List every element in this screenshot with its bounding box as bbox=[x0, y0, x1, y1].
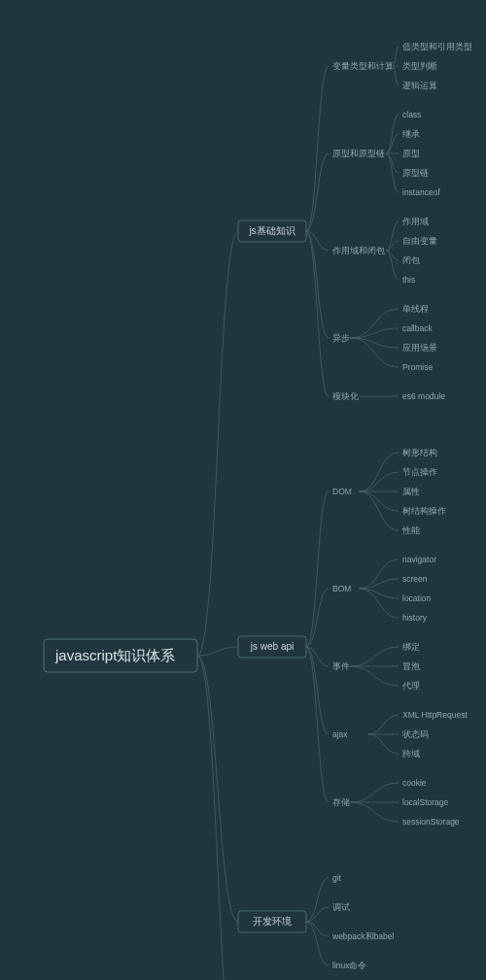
sub-label: 变量类型和计算 bbox=[332, 61, 394, 71]
sub-label: 原型和原型链 bbox=[332, 149, 385, 158]
link-root-branch bbox=[197, 656, 238, 922]
sub-label: DOM bbox=[332, 487, 352, 496]
sub-label: 存储 bbox=[332, 797, 350, 807]
sub-label: 异步 bbox=[332, 333, 350, 343]
link-sub-leaf bbox=[360, 472, 399, 491]
link-sub-leaf bbox=[360, 579, 399, 589]
sub-label: git bbox=[332, 873, 342, 883]
leaf-label: 树形结构 bbox=[402, 448, 437, 457]
leaf-label: Promise bbox=[402, 362, 433, 372]
leaf-label: sessionStorage bbox=[402, 817, 460, 827]
sub-label: ajax bbox=[332, 729, 348, 739]
leaf-label: callback bbox=[402, 323, 433, 333]
sub-label: 事件 bbox=[332, 661, 350, 671]
leaf-label: 属性 bbox=[402, 487, 420, 496]
link-sub-leaf bbox=[386, 115, 399, 153]
link-branch-sub bbox=[306, 231, 329, 396]
link-sub-leaf bbox=[350, 309, 399, 338]
link-branch-sub bbox=[306, 922, 329, 965]
link-sub-leaf bbox=[350, 338, 399, 367]
leaf-label: screen bbox=[402, 574, 428, 584]
leaf-label: 代理 bbox=[401, 681, 420, 691]
leaf-label: this bbox=[402, 275, 415, 285]
sub-label: 调试 bbox=[332, 902, 350, 912]
link-branch-sub bbox=[306, 878, 329, 922]
leaf-label: navigator bbox=[402, 555, 436, 564]
link-root-branch bbox=[197, 231, 238, 656]
leaf-label: 冒泡 bbox=[402, 661, 420, 671]
link-sub-leaf bbox=[350, 328, 399, 338]
leaf-label: instanceof bbox=[402, 187, 440, 197]
link-sub-leaf bbox=[360, 559, 399, 589]
link-branch-sub bbox=[306, 922, 329, 936]
leaf-label: 值类型和引用类型 bbox=[402, 42, 472, 51]
link-sub-leaf bbox=[350, 802, 399, 822]
link-sub-leaf bbox=[386, 153, 399, 192]
link-sub-leaf bbox=[350, 647, 399, 666]
leaf-label: es6 module bbox=[402, 391, 445, 401]
leaf-label: 绑定 bbox=[402, 642, 420, 652]
leaf-label: 应用场景 bbox=[402, 343, 437, 353]
link-sub-leaf bbox=[386, 153, 399, 173]
link-branch-sub bbox=[306, 231, 329, 338]
link-branch-sub bbox=[306, 231, 329, 251]
leaf-label: cookie bbox=[402, 778, 427, 788]
link-sub-leaf bbox=[368, 715, 399, 734]
sub-label: webpack和babel bbox=[331, 931, 394, 941]
leaf-label: 性能 bbox=[401, 525, 420, 535]
link-branch-sub bbox=[306, 589, 329, 647]
link-branch-sub bbox=[306, 907, 329, 922]
link-root-branch bbox=[197, 656, 238, 980]
link-sub-leaf bbox=[350, 783, 399, 802]
link-branch-sub bbox=[306, 66, 329, 231]
sub-label: 作用域和闭包 bbox=[331, 246, 385, 255]
leaf-label: XML HttpRequest bbox=[402, 710, 468, 720]
leaf-label: 类型判断 bbox=[402, 61, 437, 71]
branch-label: 开发环境 bbox=[253, 916, 292, 927]
leaf-label: class bbox=[402, 110, 421, 119]
leaf-label: 作用域 bbox=[401, 217, 429, 226]
link-branch-sub bbox=[306, 153, 329, 231]
link-sub-leaf bbox=[368, 734, 399, 754]
link-branch-sub bbox=[306, 491, 329, 647]
leaf-label: localStorage bbox=[402, 797, 449, 807]
leaf-label: 跨域 bbox=[402, 749, 420, 759]
link-sub-leaf bbox=[350, 666, 399, 686]
leaf-label: 逻辑运算 bbox=[402, 81, 437, 90]
link-branch-sub bbox=[306, 647, 329, 802]
branch-label: js web api bbox=[250, 641, 294, 652]
link-sub-leaf bbox=[360, 491, 399, 511]
root-label: javascript知识体系 bbox=[54, 647, 175, 663]
link-root-branch bbox=[197, 647, 238, 656]
link-sub-leaf bbox=[360, 491, 399, 530]
leaf-label: 继承 bbox=[402, 129, 420, 139]
sub-label: BOM bbox=[332, 584, 351, 593]
leaf-label: 原型 bbox=[402, 149, 420, 158]
leaf-label: 树结构操作 bbox=[402, 506, 446, 516]
leaf-label: 节点操作 bbox=[402, 467, 437, 477]
leaf-label: location bbox=[402, 593, 432, 603]
leaf-label: 原型链 bbox=[402, 168, 429, 178]
link-sub-leaf bbox=[360, 589, 399, 618]
leaf-label: 闭包 bbox=[402, 255, 420, 265]
sub-label: linux命令 bbox=[332, 961, 366, 970]
leaf-label: 单线程 bbox=[402, 304, 429, 314]
leaf-label: 状态码 bbox=[401, 729, 429, 739]
sub-label: 模块化 bbox=[332, 391, 359, 401]
link-sub-leaf bbox=[350, 338, 399, 348]
leaf-label: 自由变量 bbox=[402, 236, 437, 246]
leaf-label: history bbox=[402, 613, 428, 623]
link-sub-leaf bbox=[360, 589, 399, 598]
link-sub-leaf bbox=[386, 134, 399, 153]
branch-label: js基础知识 bbox=[248, 225, 295, 236]
link-sub-leaf bbox=[360, 453, 399, 491]
